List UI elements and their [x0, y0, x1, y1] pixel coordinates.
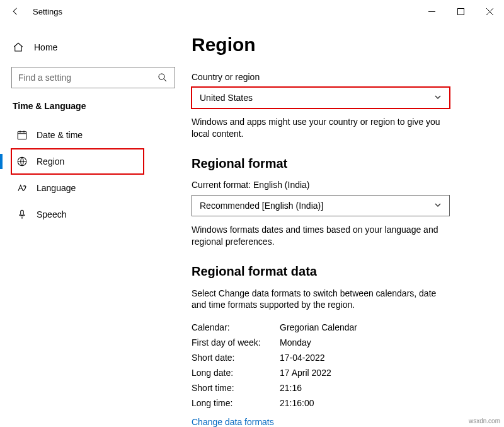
format-dropdown[interactable]: Recommended [English (India)] — [192, 195, 450, 216]
sidebar-item-date-time[interactable]: Date & time — [11, 122, 144, 148]
table-row: Short time:21:16 — [192, 380, 485, 395]
calendar-icon — [16, 129, 28, 141]
home-link[interactable]: Home — [13, 42, 179, 53]
svg-rect-0 — [457, 8, 464, 15]
format-data-description: Select Change data formats to switch bet… — [192, 288, 450, 312]
sidebar: Home Time & Language Date & time Region — [0, 23, 189, 427]
search-icon — [157, 72, 168, 83]
table-row: Long time:21:16:00 — [192, 395, 485, 411]
change-data-formats-link[interactable]: Change data formats — [192, 417, 274, 427]
regional-format-heading: Regional format — [192, 156, 485, 171]
country-dropdown[interactable]: United States — [192, 87, 450, 108]
sidebar-item-language[interactable]: Language — [11, 175, 144, 201]
format-value: Recommended [English (India)] — [200, 201, 323, 211]
table-row: Long date:17 April 2022 — [192, 365, 485, 380]
page-title: Region — [192, 34, 485, 56]
chevron-down-icon — [434, 93, 442, 103]
format-data-table: Calendar:Gregorian Calendar First day of… — [192, 320, 485, 411]
sidebar-item-speech[interactable]: Speech — [11, 202, 144, 227]
sidebar-item-label: Speech — [37, 209, 66, 219]
sidebar-item-label: Language — [37, 183, 76, 193]
format-description: Windows formats dates and times based on… — [192, 224, 450, 248]
table-row: Calendar:Gregorian Calendar — [192, 320, 485, 335]
globe-icon — [16, 156, 28, 167]
home-icon — [13, 42, 24, 53]
titlebar: Settings — [0, 0, 504, 23]
chevron-down-icon — [434, 201, 442, 211]
microphone-icon — [16, 209, 28, 220]
svg-point-1 — [159, 74, 164, 79]
window-title: Settings — [33, 7, 62, 16]
search-field[interactable] — [18, 73, 144, 83]
language-icon — [16, 182, 28, 194]
country-label: Country or region — [192, 72, 485, 82]
format-data-heading: Regional format data — [192, 264, 485, 279]
sidebar-item-label: Date & time — [37, 130, 83, 140]
watermark: wsxdn.com — [469, 418, 500, 424]
svg-rect-2 — [18, 132, 26, 139]
search-input[interactable] — [11, 67, 175, 88]
nav-list: Date & time Region Language Speech — [11, 122, 179, 227]
back-icon[interactable] — [10, 6, 21, 17]
table-row: First day of week:Monday — [192, 335, 485, 350]
home-label: Home — [34, 42, 57, 52]
sidebar-item-region[interactable]: Region — [11, 149, 144, 174]
section-title: Time & Language — [13, 101, 179, 111]
sidebar-item-label: Region — [37, 156, 64, 167]
maximize-button[interactable] — [446, 1, 475, 21]
current-format-label: Current format: English (India) — [192, 180, 485, 190]
country-description: Windows and apps might use your country … — [192, 116, 450, 140]
table-row: Short date:17-04-2022 — [192, 350, 485, 365]
content-area: Region Country or region United States W… — [189, 23, 504, 427]
close-button[interactable] — [475, 1, 504, 21]
svg-rect-4 — [21, 210, 24, 215]
country-value: United States — [200, 93, 253, 103]
minimize-button[interactable] — [417, 1, 446, 21]
